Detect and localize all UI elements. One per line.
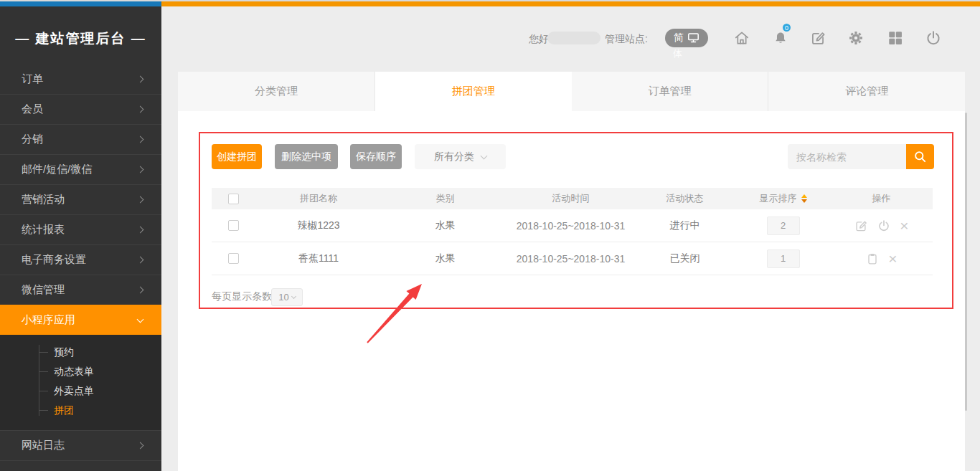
delete-x-icon[interactable]: × bbox=[888, 252, 897, 266]
language-label: 简 bbox=[674, 32, 684, 44]
sidebar: — 建站管理后台 — 订单 会员 分销 邮件/短信/微信 营销活动 bbox=[0, 6, 161, 471]
notification-badge: 0 bbox=[781, 22, 792, 33]
per-page-label: 每页显示条数 bbox=[212, 290, 272, 303]
sort-down-icon bbox=[801, 199, 807, 203]
language-site-switcher[interactable]: 简 bbox=[665, 29, 708, 47]
power-toggle-icon[interactable] bbox=[877, 219, 891, 233]
app-title: — 建站管理后台 — bbox=[0, 6, 161, 71]
chevron-right-icon bbox=[137, 136, 144, 143]
tab-group-buy-management[interactable]: 拼团管理 bbox=[375, 72, 572, 111]
chevron-right-icon bbox=[137, 166, 144, 173]
delete-selected-button[interactable]: 删除选中项 bbox=[275, 144, 338, 169]
per-page-dropdown[interactable]: 10 bbox=[271, 288, 303, 306]
cell-name: 辣椒1223 bbox=[255, 219, 382, 232]
sidebar-item-members[interactable]: 会员 bbox=[0, 94, 161, 124]
sidebar-menu: 订单 会员 分销 邮件/短信/微信 营销活动 统计报表 bbox=[0, 71, 161, 471]
sidebar-item-ecommerce-settings[interactable]: 电子商务设置 bbox=[0, 244, 161, 275]
site-label: 管理站点: bbox=[605, 33, 648, 46]
chevron-right-icon bbox=[137, 76, 144, 83]
sort-order-input[interactable]: 1 bbox=[767, 249, 800, 268]
scrollbar[interactable] bbox=[965, 113, 967, 411]
delete-x-icon[interactable]: × bbox=[900, 219, 908, 233]
greeting-label: 您好 bbox=[529, 33, 549, 46]
admin-dashboard: — 建站管理后台 — 订单 会员 分销 邮件/短信/微信 营销活动 bbox=[0, 0, 980, 471]
col-header-status: 活动状态 bbox=[633, 192, 736, 205]
submenu-item-group-buy[interactable]: 拼团 bbox=[0, 401, 161, 420]
chevron-down-icon bbox=[137, 315, 144, 323]
table-row: 辣椒1223 水果 2018-10-25~2018-10-31 进行中 2 bbox=[212, 209, 933, 242]
username-redacted bbox=[547, 32, 600, 44]
row-checkbox[interactable] bbox=[228, 253, 239, 264]
chevron-right-icon bbox=[137, 442, 144, 449]
edit-icon[interactable] bbox=[809, 29, 826, 47]
search-icon bbox=[913, 150, 927, 163]
sort-order-input[interactable]: 2 bbox=[767, 217, 800, 235]
save-order-button[interactable]: 保存顺序 bbox=[350, 144, 402, 169]
col-header-category: 类别 bbox=[382, 192, 508, 205]
create-group-buy-button[interactable]: 创建拼团 bbox=[212, 144, 262, 169]
chevron-right-icon bbox=[137, 227, 144, 234]
language-label-wrap: 体 bbox=[673, 47, 682, 60]
search-button[interactable] bbox=[906, 144, 934, 169]
tab-bar: 分类管理 拼团管理 订单管理 评论管理 bbox=[178, 72, 965, 111]
sidebar-submenu: 预约 动态表单 外卖点单 拼团 bbox=[0, 335, 161, 430]
group-buy-table: 拼团名称 类别 活动时间 活动状态 显示排序 操作 辣椒1223 水果 2018… bbox=[212, 188, 933, 275]
home-icon[interactable] bbox=[733, 29, 750, 47]
sidebar-item-miniprogram-apps[interactable]: 小程序应用 bbox=[0, 305, 161, 335]
tab-comment-management[interactable]: 评论管理 bbox=[768, 72, 965, 111]
tab-category-management[interactable]: 分类管理 bbox=[178, 72, 375, 111]
apps-grid-icon[interactable] bbox=[887, 29, 904, 47]
category-filter-dropdown[interactable]: 所有分类 bbox=[415, 144, 506, 169]
cell-time: 2018-10-25~2018-10-31 bbox=[508, 220, 633, 232]
chevron-down-icon bbox=[481, 152, 488, 159]
sidebar-item-site-logs[interactable]: 网站日志 bbox=[0, 430, 161, 460]
col-header-time: 活动时间 bbox=[508, 192, 633, 205]
submenu-item-booking[interactable]: 预约 bbox=[0, 343, 161, 362]
tab-order-management[interactable]: 订单管理 bbox=[572, 72, 769, 111]
table-row: 香蕉1111 水果 2018-10-25~2018-10-31 已关闭 1 × bbox=[212, 242, 933, 275]
select-all-checkbox[interactable] bbox=[228, 194, 239, 204]
sidebar-item-orders[interactable]: 订单 bbox=[0, 71, 161, 94]
monitor-icon bbox=[687, 32, 699, 44]
top-strip-orange bbox=[161, 1, 980, 6]
edit-icon[interactable] bbox=[854, 219, 868, 233]
sidebar-item-distribution[interactable]: 分销 bbox=[0, 124, 161, 154]
gear-icon[interactable] bbox=[847, 29, 864, 47]
cell-category: 水果 bbox=[382, 219, 508, 232]
sort-up-icon bbox=[801, 194, 807, 198]
chevron-right-icon bbox=[137, 196, 144, 204]
col-header-name: 拼团名称 bbox=[255, 192, 382, 205]
row-checkbox[interactable] bbox=[228, 220, 239, 231]
chevron-right-icon bbox=[137, 106, 144, 113]
table-header-row: 拼团名称 类别 活动时间 活动状态 显示排序 操作 bbox=[212, 188, 933, 209]
sort-toggle-icon[interactable] bbox=[801, 194, 807, 203]
sidebar-item-mail-sms-wechat[interactable]: 邮件/短信/微信 bbox=[0, 154, 161, 184]
cell-time: 2018-10-25~2018-10-31 bbox=[508, 253, 633, 265]
sidebar-item-wechat-management[interactable]: 微信管理 bbox=[0, 275, 161, 305]
cell-name: 香蕉1111 bbox=[255, 252, 382, 265]
chevron-down-icon bbox=[291, 294, 296, 299]
cell-category: 水果 bbox=[382, 252, 508, 265]
cell-status: 进行中 bbox=[633, 219, 736, 232]
copy-clipboard-icon[interactable] bbox=[865, 252, 880, 266]
power-logout-icon[interactable] bbox=[925, 29, 942, 47]
col-header-actions: 操作 bbox=[872, 192, 891, 205]
cell-status: 已关闭 bbox=[633, 252, 736, 265]
submenu-item-dynamic-forms[interactable]: 动态表单 bbox=[0, 362, 161, 381]
submenu-item-takeout-orders[interactable]: 外卖点单 bbox=[0, 381, 161, 401]
sidebar-item-statistics[interactable]: 统计报表 bbox=[0, 214, 161, 244]
col-header-order: 显示排序 bbox=[760, 192, 797, 205]
chevron-right-icon bbox=[137, 257, 144, 264]
top-strip-blue bbox=[0, 1, 161, 6]
search-input[interactable] bbox=[788, 144, 906, 169]
sidebar-item-marketing[interactable]: 营销活动 bbox=[0, 184, 161, 214]
chevron-right-icon bbox=[137, 287, 144, 294]
sidebar-filler bbox=[0, 460, 161, 471]
